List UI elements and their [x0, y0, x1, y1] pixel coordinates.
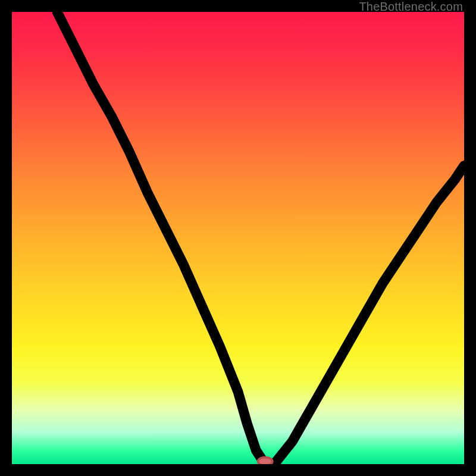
- chart-svg: [12, 12, 464, 464]
- min-marker: [258, 458, 272, 464]
- bottleneck-curve: [57, 12, 464, 464]
- watermark-text: TheBottleneck.com: [359, 0, 463, 14]
- plot-area: [12, 12, 464, 464]
- chart-container: TheBottleneck.com: [0, 0, 476, 476]
